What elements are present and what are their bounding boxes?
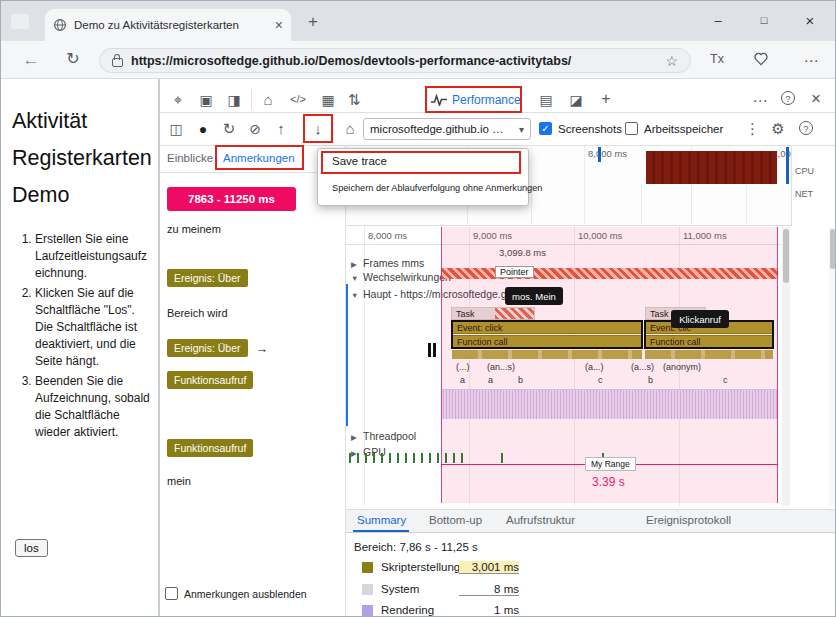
clear-icon[interactable]: ⊘: [246, 122, 264, 136]
download-trace-icon[interactable]: ↓: [309, 121, 327, 136]
perf-home-icon[interactable]: ⌂: [341, 121, 359, 136]
home-icon[interactable]: ⌂: [259, 92, 277, 107]
more-panels-icon[interactable]: +: [597, 91, 615, 107]
gpu-activity-bars: [501, 453, 503, 463]
network-icon[interactable]: ⇅: [345, 92, 363, 107]
tab-actions-button[interactable]: [11, 14, 29, 29]
threadpool-track-caret[interactable]: ▶: [351, 433, 357, 442]
devtools-more-icon[interactable]: ⋯: [751, 93, 769, 108]
tab-summary-underline: [353, 530, 409, 532]
toolbar-border: [159, 112, 836, 113]
settings-menu-icon[interactable]: ⋯: [801, 53, 821, 68]
screenshots-checkbox[interactable]: ✓: [539, 122, 552, 135]
interactions-track-label[interactable]: Wechselwirkungen: [363, 271, 451, 283]
refresh-button[interactable]: ↻: [63, 51, 83, 67]
annotation-range-badge[interactable]: 7863 - 11250 ms: [167, 187, 296, 211]
annotation-note: Bereich wird: [167, 307, 228, 319]
device-toolbar-icon[interactable]: ▣: [197, 93, 215, 107]
devtools-help-icon[interactable]: ?: [781, 91, 795, 105]
overview-tick: 8,000 ms: [588, 148, 627, 159]
filmstrip-line: [641, 184, 642, 226]
devtools-close-icon[interactable]: ×: [807, 90, 825, 107]
url-text: https://microsoftedge.github.io/Demos/de…: [131, 54, 657, 68]
frame-letter[interactable]: a: [488, 375, 493, 385]
window-close-button[interactable]: ×: [787, 3, 833, 37]
frame-label[interactable]: (a...): [585, 362, 604, 372]
frames-track-label[interactable]: Frames mms: [363, 257, 424, 269]
annotation-note: zu meinem: [167, 223, 221, 235]
frame-letter[interactable]: c: [598, 375, 603, 385]
annotation-handle[interactable]: [428, 343, 431, 357]
performance-tab[interactable]: Performance: [431, 90, 519, 110]
save-trace-menu-item[interactable]: Save trace: [332, 155, 387, 167]
perf-settings-gear-icon[interactable]: ⚙: [769, 121, 787, 136]
function-call-bar[interactable]: Function call: [452, 335, 642, 348]
save-without-annotations-menu-item[interactable]: Speichern der Ablaufverfolgung ohne Anme…: [332, 183, 542, 193]
annotation-function-badge[interactable]: Funktionsaufruf: [167, 371, 253, 389]
frame-letter[interactable]: b: [518, 375, 523, 385]
panel-toggle-icon[interactable]: ◫: [167, 122, 185, 136]
frame-label[interactable]: (a...s): [631, 362, 654, 372]
interactions-track-caret[interactable]: ▼: [351, 274, 358, 283]
steps-list: Erstellen Sie eine Laufzeitleistungsaufz…: [15, 231, 151, 444]
annotation-function-badge[interactable]: Funktionsaufruf: [167, 439, 253, 457]
legend-value: 1 ms: [459, 604, 519, 617]
address-bar[interactable]: https://microsoftedge.github.io/Demos/de…: [99, 48, 691, 73]
origin-select[interactable]: microsoftedge.github.io … ▾: [363, 118, 531, 140]
frame-label[interactable]: (anonym): [663, 362, 701, 372]
bookmark-star-icon[interactable]: ☆: [665, 54, 678, 68]
perf-overflow-icon[interactable]: ⋮: [745, 121, 759, 136]
dock-side-icon[interactable]: ◨: [225, 93, 243, 107]
new-tab-button[interactable]: +: [304, 13, 322, 30]
record-icon[interactable]: ●: [194, 122, 212, 136]
origin-select-value: microsoftedge.github.io …: [370, 123, 513, 135]
translate-icon[interactable]: Tx: [707, 53, 727, 66]
hide-annotations-checkbox[interactable]: [165, 587, 178, 600]
inspect-icon[interactable]: ⌖: [169, 92, 187, 107]
upload-trace-icon[interactable]: ↑: [272, 121, 290, 136]
annotations-tab[interactable]: Anmerkungen: [223, 152, 295, 164]
microtask-band: [441, 389, 778, 419]
window-maximize-button[interactable]: □: [741, 3, 787, 37]
annotation-event-badge[interactable]: Ereignis: Über: [167, 269, 248, 287]
browser-tab[interactable]: Demo zu Aktivitätsregisterkarten ×: [45, 9, 291, 41]
frame-letter[interactable]: b: [648, 375, 653, 385]
frame-letter[interactable]: a: [460, 375, 465, 385]
perf-help-icon[interactable]: ?: [799, 121, 813, 135]
threadpool-track-label[interactable]: Threadpool: [363, 430, 416, 442]
function-call-bar[interactable]: Function call: [645, 335, 773, 348]
tab-event-log[interactable]: Ereignisprotokoll: [646, 514, 731, 526]
frame-letter[interactable]: c: [723, 375, 728, 385]
tab-summary[interactable]: Summary: [357, 514, 406, 526]
gpu-activity-bars: [349, 453, 469, 463]
flame-scrollbar-thumb[interactable]: [783, 229, 789, 283]
frames-track-caret[interactable]: ▶: [351, 260, 357, 269]
step-item: Klicken Sie auf die Schaltfläche "Los". …: [35, 285, 151, 370]
main-track-caret[interactable]: ▼: [351, 291, 358, 300]
elements-icon[interactable]: ▦: [319, 93, 337, 107]
go-button[interactable]: los: [15, 539, 48, 557]
annotation-handle[interactable]: [433, 343, 436, 357]
range-chip[interactable]: My Range: [585, 457, 636, 471]
tab-bottom-up[interactable]: Bottom-up: [429, 514, 482, 526]
layout-panel-icon[interactable]: ◪: [567, 93, 585, 107]
back-button[interactable]: ←: [21, 51, 41, 68]
sources-icon[interactable]: </>: [285, 94, 311, 105]
annotation-event-badge[interactable]: Ereignis: Über: [167, 339, 248, 357]
browser-essentials-icon[interactable]: [753, 51, 771, 69]
browser-window: Demo zu Aktivitätsregisterkarten × + – □…: [0, 0, 836, 617]
toolbar-separator: [251, 89, 252, 109]
tab-call-tree[interactable]: Aufrufstruktur: [506, 514, 575, 526]
tab-close-button[interactable]: ×: [275, 18, 283, 32]
panel-scrollbar-thumb[interactable]: [830, 229, 835, 269]
memory-checkbox[interactable]: [625, 122, 638, 135]
legend-label: Skripterstellung: [381, 561, 460, 573]
memory-panel-icon[interactable]: ▤: [537, 93, 555, 107]
event-click-bar[interactable]: Event: click: [452, 321, 642, 334]
window-minimize-button[interactable]: –: [695, 3, 741, 37]
insights-tab[interactable]: Einblicke: [167, 152, 213, 164]
frame-label[interactable]: (...): [456, 362, 470, 372]
frame-label[interactable]: (an...s): [487, 362, 515, 372]
pointer-interaction-bar[interactable]: [441, 268, 778, 279]
record-reload-icon[interactable]: ↻: [220, 121, 238, 136]
